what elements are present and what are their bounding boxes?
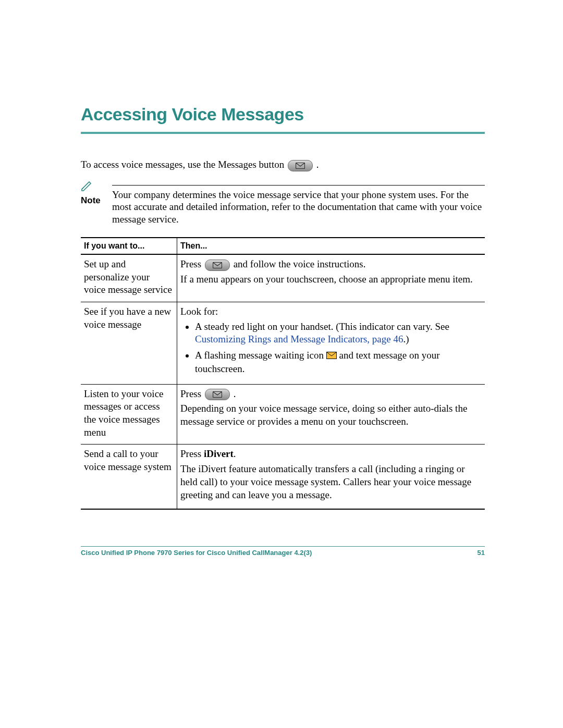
cell-if-listen: Listen to your voice messages or access …: [81, 384, 177, 445]
cell-then-listen: Press . Depending on your voice message …: [177, 384, 485, 445]
note-left-column: Note: [81, 181, 112, 226]
header-then: Then...: [177, 238, 485, 254]
table-row: Set up and personalize your voice messag…: [81, 254, 485, 302]
r3-press-before: Press: [180, 388, 204, 399]
table-row: Listen to your voice messages or access …: [81, 384, 485, 445]
pencil-icon: [81, 181, 112, 193]
cell-then-setup: Press and follow the voice instructions.…: [177, 254, 485, 302]
table-row: Send a call to your voice message system…: [81, 445, 485, 509]
r2-b1-after: .): [403, 334, 409, 344]
footer-doc-title: Cisco Unified IP Phone 7970 Series for C…: [81, 549, 312, 557]
note-text: Your company determines the voice messag…: [112, 189, 485, 226]
table-header-row: If you want to... Then...: [81, 238, 485, 254]
note-right-column: Your company determines the voice messag…: [112, 181, 485, 226]
messages-button-icon: [205, 389, 230, 400]
r4-line2: The iDivert feature automatically transf…: [180, 463, 481, 501]
header-if: If you want to...: [81, 238, 177, 254]
r1-press-after: and follow the voice instructions.: [234, 258, 366, 269]
r1-line2: If a menu appears on your touchscreen, c…: [180, 273, 481, 286]
title-rule: [81, 132, 485, 134]
messages-button-icon: [288, 160, 313, 171]
intro-paragraph: To access voice messages, use the Messag…: [81, 159, 485, 171]
table-row: See if you have a new voice message Look…: [81, 302, 485, 384]
customizing-link[interactable]: Customizing Rings and Message Indicators…: [195, 334, 403, 344]
list-item: A steady red light on your handset. (Thi…: [195, 320, 481, 346]
cell-if-check: See if you have a new voice message: [81, 302, 177, 384]
idivert-label: iDivert: [204, 448, 234, 459]
r2-b1-text: A steady red light on your handset. (Thi…: [195, 321, 449, 332]
intro-text-before: To access voice messages, use the Messag…: [81, 159, 287, 170]
envelope-icon: [326, 350, 337, 363]
intro-text-after: .: [316, 159, 319, 170]
note-block: Note Your company determines the voice m…: [81, 181, 485, 226]
r4-press-after: .: [234, 448, 236, 459]
footer-page-number: 51: [478, 549, 485, 557]
document-page: Accessing Voice Messages To access voice…: [0, 0, 563, 728]
cell-then-send: Press iDivert. The iDivert feature autom…: [177, 445, 485, 509]
cell-if-setup: Set up and personalize your voice messag…: [81, 254, 177, 302]
r4-press-before: Press: [180, 448, 204, 459]
page-footer: Cisco Unified IP Phone 7970 Series for C…: [81, 546, 485, 557]
r2-lookfor: Look for:: [180, 305, 481, 318]
r3-press-after: .: [234, 388, 236, 399]
r3-line2: Depending on your voice message service,…: [180, 402, 481, 428]
messages-button-icon: [205, 260, 230, 271]
list-item: A flashing message waiting icon and text…: [195, 349, 481, 376]
instructions-table: If you want to... Then... Set up and per…: [81, 237, 485, 510]
note-rule: [112, 185, 485, 186]
note-label: Note: [81, 195, 101, 205]
cell-if-send: Send a call to your voice message system: [81, 445, 177, 509]
cell-then-check: Look for: A steady red light on your han…: [177, 302, 485, 384]
r2-bullet-list: A steady red light on your handset. (Thi…: [180, 320, 481, 376]
r2-b2-before: A flashing message waiting icon: [195, 350, 326, 361]
footer-row: Cisco Unified IP Phone 7970 Series for C…: [81, 547, 485, 557]
page-title: Accessing Voice Messages: [81, 104, 485, 125]
r1-press-before: Press: [180, 258, 204, 269]
